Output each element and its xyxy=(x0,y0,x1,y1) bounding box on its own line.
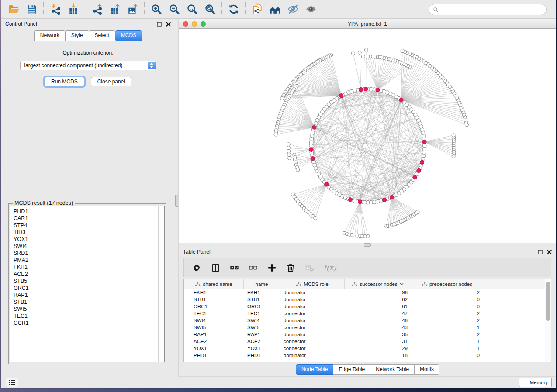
zoom-out-button[interactable] xyxy=(165,2,183,17)
table-row[interactable]: SWI4SWI4dominator462 xyxy=(184,317,545,324)
mcds-result-item[interactable]: RAP1 xyxy=(14,292,158,299)
network-graph[interactable] xyxy=(179,29,556,243)
mcds-tab-content: Optimization criterion: largest connecte… xyxy=(4,41,172,374)
trash-icon xyxy=(286,263,295,272)
network-window-titlebar[interactable]: YPA_prune.txt_1 xyxy=(179,19,556,29)
search-box[interactable] xyxy=(429,4,547,15)
mcds-result-item[interactable]: FKH1 xyxy=(14,264,158,271)
table-row[interactable]: RAP1RAP1dominator352 xyxy=(184,331,545,338)
tab-style[interactable]: Style xyxy=(65,30,89,41)
mcds-result-item[interactable]: SWI5 xyxy=(14,306,158,313)
save-session-button[interactable] xyxy=(23,2,41,17)
column-header-shared-name[interactable]: shared name xyxy=(184,279,244,289)
memory-button[interactable]: Memory xyxy=(519,378,552,387)
tab-select[interactable]: Select xyxy=(89,30,115,41)
column-header-MCDS-role[interactable]: MCDS role xyxy=(280,279,345,289)
cell-successor-nodes: 43 xyxy=(345,325,411,330)
table-row[interactable]: ORC1ORC1dominator610 xyxy=(184,303,545,310)
mcds-result-item[interactable]: YOX1 xyxy=(14,236,158,243)
network-window-title: YPA_prune.txt_1 xyxy=(348,21,387,27)
column-layout-button[interactable] xyxy=(210,262,221,273)
mcds-result-item[interactable]: STB5 xyxy=(14,278,158,285)
cell-successor-nodes: 46 xyxy=(345,318,411,323)
table-row[interactable]: STB1STB1dominator620 xyxy=(184,296,545,303)
mcds-result-item[interactable]: PMA2 xyxy=(14,257,158,264)
cell-successor-nodes: 35 xyxy=(345,332,411,337)
float-table-panel-icon[interactable] xyxy=(537,249,543,254)
table-row[interactable]: ACE2ACE2connector311 xyxy=(184,338,545,345)
tab-motifs[interactable]: Motifs xyxy=(414,364,439,375)
maximize-window-icon[interactable] xyxy=(201,21,206,27)
column-label: predecessor nodes xyxy=(429,282,472,287)
toolbar-separator xyxy=(85,2,85,16)
hide-selected-button[interactable] xyxy=(284,2,302,17)
show-panels-button[interactable] xyxy=(6,378,18,387)
zoom-in-icon xyxy=(151,3,162,15)
table-row[interactable]: PHD1PHD1dominator180 xyxy=(184,352,545,359)
horizontal-splitter[interactable] xyxy=(179,243,556,247)
float-panel-icon[interactable] xyxy=(156,21,162,27)
refresh-layout-button[interactable] xyxy=(225,2,242,17)
first-neighbors-button[interactable] xyxy=(266,2,284,17)
select-all-rows-button[interactable] xyxy=(228,262,240,273)
zoom-in-button[interactable] xyxy=(147,2,165,17)
clone-network-button[interactable] xyxy=(248,2,266,17)
mcds-result-item[interactable]: PHD1 xyxy=(14,208,158,215)
close-panel-icon[interactable] xyxy=(166,21,171,27)
table-panel: Table Panel f(x) shared namenameMCDS rol… xyxy=(179,247,556,377)
column-header-successor-nodes[interactable]: successor nodes xyxy=(345,279,411,289)
table-row[interactable]: TEC1TEC1connector472 xyxy=(184,310,545,317)
mcds-result-item[interactable]: ACE2 xyxy=(14,271,158,278)
mcds-result-item[interactable]: STB1 xyxy=(14,299,158,306)
import-table-button[interactable] xyxy=(64,2,82,17)
mcds-result-item[interactable]: STP4 xyxy=(14,222,158,229)
tab-node-table[interactable]: Node Table xyxy=(296,364,334,375)
table-scrollbar[interactable] xyxy=(545,279,551,362)
export-network-button[interactable] xyxy=(88,2,106,17)
toolbar-separator xyxy=(221,2,222,16)
mcds-result-item[interactable]: ORC1 xyxy=(14,285,158,292)
table-scrollbar-thumb[interactable] xyxy=(546,282,550,321)
zoom-selected-button[interactable] xyxy=(201,2,219,17)
result-list-scrollbar[interactable] xyxy=(158,206,164,362)
table-row[interactable]: YOX1YOX1connector291 xyxy=(184,345,545,352)
search-input[interactable] xyxy=(441,6,542,13)
mcds-result-item[interactable]: CAR1 xyxy=(14,215,158,222)
add-column-button[interactable] xyxy=(266,262,277,273)
import-network-button[interactable] xyxy=(46,2,64,17)
vertical-splitter[interactable] xyxy=(175,19,179,377)
mcds-result-item[interactable]: TID3 xyxy=(14,229,158,236)
mcds-result-item[interactable]: SRD1 xyxy=(14,250,158,257)
vertical-splitter-handle[interactable] xyxy=(175,195,178,207)
show-all-button[interactable] xyxy=(302,2,320,17)
delete-column-button[interactable] xyxy=(285,262,296,273)
open-file-button[interactable] xyxy=(5,2,23,17)
criterion-select[interactable]: largest connected component (undirected) xyxy=(20,61,156,70)
column-header-name[interactable]: name xyxy=(244,279,280,289)
deselect-all-rows-button[interactable] xyxy=(247,262,259,273)
network-canvas[interactable] xyxy=(179,29,556,243)
close-panel-button[interactable]: Close panel xyxy=(91,77,131,86)
cell-predecessor-nodes: 0 xyxy=(411,353,483,358)
close-table-panel-icon[interactable] xyxy=(547,249,552,254)
tab-edge-table[interactable]: Edge Table xyxy=(333,364,370,375)
minimize-window-icon[interactable] xyxy=(192,21,197,27)
column-header-predecessor-nodes[interactable]: predecessor nodes xyxy=(411,279,483,289)
export-table-button[interactable] xyxy=(106,2,124,17)
cell-predecessor-nodes: 2 xyxy=(411,290,483,295)
export-image-button[interactable] xyxy=(124,2,142,17)
tab-network[interactable]: Network xyxy=(34,30,66,41)
mcds-result-item[interactable]: SWI4 xyxy=(14,243,158,250)
table-row[interactable]: FKH1FKH1dominator962 xyxy=(184,289,545,296)
table-row[interactable]: SWI5SWI5connector431 xyxy=(184,324,545,331)
close-window-icon[interactable] xyxy=(183,21,188,27)
tab-network-table[interactable]: Network Table xyxy=(370,364,415,375)
zoom-fit-button[interactable] xyxy=(183,2,201,17)
cell-shared-name: TEC1 xyxy=(184,311,244,316)
run-mcds-button[interactable]: Run MCDS xyxy=(45,77,84,86)
mcds-result-item[interactable]: TEC1 xyxy=(14,313,158,320)
horizontal-splitter-handle[interactable] xyxy=(364,243,371,247)
mcds-result-item[interactable]: GCR1 xyxy=(14,320,158,327)
tab-mcds[interactable]: MCDS xyxy=(115,30,142,41)
table-settings-button[interactable] xyxy=(191,262,202,273)
